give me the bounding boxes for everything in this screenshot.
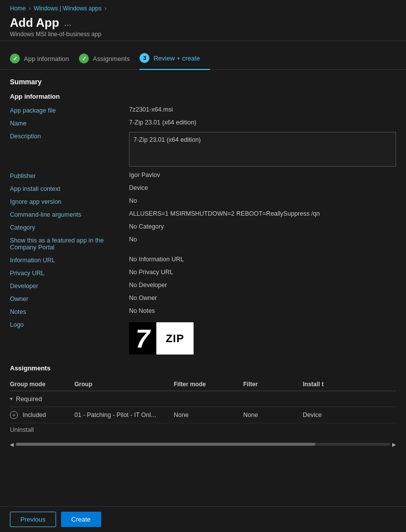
plus-circle-icon: + — [10, 411, 18, 419]
scroll-right-arrow[interactable]: ▶ — [392, 442, 396, 447]
required-label: Required — [16, 395, 42, 403]
label-description: Description — [10, 132, 129, 140]
value-privacy-url: No Privacy URL — [129, 269, 396, 276]
value-ignore-version: No — [129, 197, 396, 204]
step-num-icon-3: 3 — [139, 53, 149, 63]
field-featured: Show this as a featured app in the Compa… — [10, 236, 396, 251]
cell-filter: None — [243, 412, 303, 418]
label-ignore-version: Ignore app version — [10, 197, 129, 205]
value-info-url: No Information URL — [129, 256, 396, 263]
value-developer: No Developer — [129, 282, 396, 289]
field-ignore-version: Ignore app version No — [10, 197, 396, 205]
label-privacy-url: Privacy URL — [10, 269, 129, 277]
table-row: + Included 01 - Patching - Pilot - IT On… — [10, 407, 396, 423]
ellipsis-button[interactable]: ... — [64, 18, 71, 28]
create-button[interactable]: Create — [61, 512, 101, 527]
label-notes: Notes — [10, 307, 129, 315]
value-featured: No — [129, 236, 396, 243]
app-info-section-title: App information — [10, 93, 396, 100]
cell-group-mode-value: Included — [22, 412, 46, 418]
value-description: 7-Zip 23.01 (x64 edition) — [129, 132, 396, 167]
field-app-package: App package file 7z2301-x64.msi — [10, 106, 396, 114]
main-content: Summary App information App package file… — [0, 70, 406, 485]
col-header-group-mode: Group mode — [10, 381, 74, 388]
label-category: Category — [10, 223, 129, 231]
label-name: Name — [10, 119, 129, 127]
field-publisher: Publisher Igor Pavlov — [10, 172, 396, 179]
field-description: Description 7-Zip 23.01 (x64 edition) — [10, 132, 396, 167]
breadcrumb-windows[interactable]: Windows | Windows apps — [34, 5, 102, 12]
col-header-group: Group — [74, 381, 174, 388]
label-info-url: Information URL — [10, 256, 129, 264]
cell-install: Device — [303, 412, 342, 418]
field-owner: Owner No Owner — [10, 295, 396, 302]
step-check-icon-1: ✓ — [10, 54, 20, 63]
step-label-assignments: Assignments — [93, 55, 130, 62]
value-install-context: Device — [129, 184, 396, 191]
breadcrumb: Home › Windows | Windows apps › — [10, 5, 396, 12]
col-header-filter-mode: Filter mode — [174, 381, 243, 388]
scrollbar-track[interactable] — [16, 443, 390, 446]
step-label-review: Review + create — [153, 55, 200, 62]
uninstall-row: Uninstall — [10, 423, 396, 436]
field-cmdline: Command-line arguments ALLUSERS=1 MSIRMS… — [10, 210, 396, 218]
step-app-info[interactable]: ✓ App information — [10, 50, 79, 69]
logo-zip: ZIP — [156, 322, 194, 355]
value-app-package: 7z2301-x64.msi — [129, 106, 396, 113]
label-featured: Show this as a featured app in the Compa… — [10, 236, 129, 251]
field-category: Category No Category — [10, 223, 396, 231]
field-logo: Logo 7 ZIP — [10, 320, 396, 355]
summary-title: Summary — [10, 78, 396, 86]
step-review[interactable]: 3 Review + create — [139, 49, 210, 70]
col-header-install: Install t — [303, 381, 342, 388]
breadcrumb-home[interactable]: Home — [10, 5, 26, 12]
table-header: Group mode Group Filter mode Filter Inst… — [10, 378, 396, 391]
logo-seven: 7 — [129, 322, 156, 355]
cell-group-mode: + Included — [10, 411, 74, 419]
field-name: Name 7-Zip 23.01 (x64 edition) — [10, 119, 396, 127]
value-category: No Category — [129, 223, 396, 230]
assignments-table: Group mode Group Filter mode Filter Inst… — [10, 378, 396, 436]
value-publisher: Igor Pavlov — [129, 172, 396, 178]
field-install-context: App install context Device — [10, 184, 396, 192]
cell-filter-mode: None — [174, 412, 243, 418]
top-bar: Home › Windows | Windows apps › Add App … — [0, 0, 406, 41]
assignments-section: Assignments Group mode Group Filter mode… — [10, 364, 396, 447]
breadcrumb-sep-2: › — [105, 5, 107, 12]
label-logo: Logo — [10, 320, 129, 328]
scrollbar-thumb — [16, 443, 315, 446]
value-cmdline: ALLUSERS=1 MSIRMSHUTDOWN=2 REBOOT=Really… — [129, 210, 396, 217]
page-subtitle: Windows MSI line-of-business app — [10, 31, 396, 38]
logo-container: 7 ZIP — [129, 322, 194, 355]
step-check-icon-2: ✓ — [79, 54, 89, 63]
label-app-package: App package file — [10, 106, 129, 114]
required-group-row[interactable]: ▾ Required — [10, 391, 396, 407]
field-developer: Developer No Developer — [10, 282, 396, 290]
sevenzip-logo: 7 ZIP — [129, 322, 194, 355]
cell-group: 01 - Patching - Pilot - IT Onl... — [74, 412, 174, 418]
field-info-url: Information URL No Information URL — [10, 256, 396, 264]
value-notes: No Notes — [129, 307, 396, 314]
value-name: 7-Zip 23.01 (x64 edition) — [129, 119, 396, 126]
label-owner: Owner — [10, 295, 129, 302]
bottom-bar: Previous Create — [0, 506, 406, 532]
label-publisher: Publisher — [10, 172, 129, 179]
scroll-left-arrow[interactable]: ◀ — [10, 442, 14, 447]
field-notes: Notes No Notes — [10, 307, 396, 315]
label-install-context: App install context — [10, 184, 129, 192]
wizard-steps: ✓ App information ✓ Assignments 3 Review… — [0, 41, 406, 70]
field-privacy-url: Privacy URL No Privacy URL — [10, 269, 396, 277]
assignments-section-title: Assignments — [10, 364, 396, 372]
col-header-filter: Filter — [243, 381, 303, 388]
previous-button[interactable]: Previous — [10, 512, 56, 527]
label-developer: Developer — [10, 282, 129, 290]
value-owner: No Owner — [129, 295, 396, 301]
step-assignments[interactable]: ✓ Assignments — [79, 50, 139, 69]
horizontal-scrollbar[interactable]: ◀ ▶ — [10, 441, 396, 447]
label-cmdline: Command-line arguments — [10, 210, 129, 218]
chevron-down-icon: ▾ — [10, 396, 13, 402]
breadcrumb-sep-1: › — [29, 5, 31, 12]
step-label-app-info: App information — [24, 55, 69, 62]
page-title: Add App — [10, 16, 59, 30]
